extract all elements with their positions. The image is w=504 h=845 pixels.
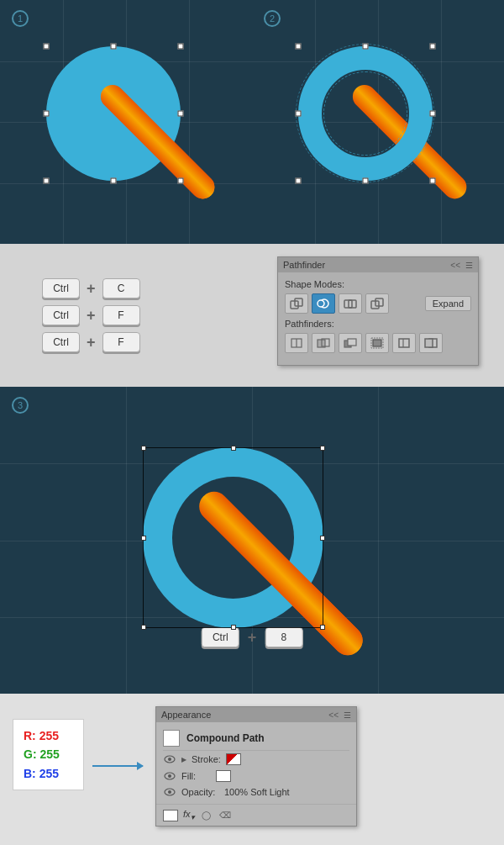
key-f-2[interactable]: F [102,332,140,352]
pf-divide[interactable] [285,333,308,353]
pathfinder-title: Pathfinder [283,260,325,270]
shape-modes-label: Shape Modes: [285,279,471,289]
pf-collapse[interactable]: << [450,261,460,270]
ctrl8-shortcut: Ctrl + 8 [202,627,303,647]
svg-point-25 [168,790,171,794]
plus-2: + [87,307,96,325]
pf-trim[interactable] [312,333,335,353]
pathfinder-controls: << ☰ [450,261,473,270]
opacity-row: Opacity: 100% Soft Light [163,784,349,800]
plus-8: + [248,629,257,647]
panel-1-number: 1 [12,10,29,27]
panel-1: 1 [0,0,252,244]
top-row: 1 2 [0,0,504,244]
pathfinders-row [285,333,471,353]
appearance-titlebar: Appearance << ☰ [156,707,356,722]
key-ctrl-8[interactable]: Ctrl [202,627,239,647]
compound-path-row: Compound Path [163,726,349,751]
stroke-swatch[interactable] [226,753,241,765]
fill-visibility-eye[interactable] [163,771,176,781]
shape-modes-row: Expand [285,293,471,314]
rgb-b: B: 255 [24,764,73,783]
pathfinder-body: Shape Modes: [278,272,478,365]
pathfinders-label: Pathfinders: [285,319,471,329]
key-ctrl-2[interactable]: Ctrl [42,305,80,325]
footer-delete-btn[interactable]: ⌫ [218,810,232,821]
key-ctrl-3[interactable]: Ctrl [42,332,80,352]
pathfinder-titlebar: Pathfinder << ☰ [278,257,478,272]
appearance-title: Appearance [161,710,211,720]
opacity-eye[interactable] [163,787,176,797]
pf-menu[interactable]: ☰ [465,261,473,270]
fill-row: Fill: [163,768,349,784]
appearance-footer: fx▾ ◯ ⌫ [156,804,356,826]
svg-rect-19 [425,339,433,347]
key-ctrl-1[interactable]: Ctrl [42,278,80,298]
key-8[interactable]: 8 [265,627,302,647]
outer-circle-2 [296,44,434,182]
pathfinder-intersect[interactable] [339,293,362,314]
key-c[interactable]: C [102,278,140,298]
svg-rect-13 [348,339,356,346]
rgb-r: R: 255 [24,726,73,745]
stroke-row: ▶ Stroke: [163,751,349,768]
plus-1: + [87,280,96,298]
opacity-label: Opacity: [181,787,219,797]
footer-new-btn[interactable]: ◯ [200,810,213,821]
pathfinder-subtract[interactable] [312,293,335,314]
panel-2-number: 2 [264,10,281,27]
selection-box-3 [143,447,323,628]
appearance-controls: << ☰ [328,710,351,720]
svg-rect-16 [399,339,409,347]
middle-section: Ctrl + C Ctrl + F Ctrl + F Pathfinder <<… [0,244,504,387]
stroke-label: Stroke: [192,754,221,764]
panel-3: 3 Ctrl + 8 [0,387,504,694]
shortcuts-panel: Ctrl + C Ctrl + F Ctrl + F [42,278,140,352]
pf-minus-back[interactable] [419,333,443,353]
panel-2: 2 [252,0,504,244]
appearance-panel: Appearance << ☰ Compound Path ▶ Stroke: [155,706,357,827]
pf-crop[interactable] [365,333,389,353]
footer-swatch-icon [163,810,178,821]
panel-3-number: 3 [12,397,29,414]
rgb-g: G: 255 [24,745,73,763]
compound-path-label: Compound Path [186,732,265,744]
pathfinder-panel: Pathfinder << ☰ Shape Modes: [277,256,479,366]
appearance-section: R: 255 G: 255 B: 255 Appearance << ☰ Com… [0,694,504,845]
svg-point-21 [168,758,171,761]
ap-collapse[interactable]: << [328,710,339,720]
svg-rect-14 [373,340,381,346]
fill-swatch[interactable] [216,770,231,782]
pathfinder-unite[interactable] [285,293,308,314]
compound-color-swatch [163,730,180,747]
stroke-visibility-eye[interactable] [163,754,176,764]
pathfinder-exclude[interactable] [365,293,389,314]
shortcut-row-2: Ctrl + F [42,305,140,325]
fill-label: Fill: [181,771,211,781]
plus-3: + [87,334,96,351]
fx-button[interactable]: fx▾ [183,809,195,821]
svg-point-3 [318,300,324,307]
rgb-arrow [92,765,143,767]
pf-outline[interactable] [392,333,416,353]
ap-menu[interactable]: ☰ [344,710,351,720]
opacity-value: 100% Soft Light [224,787,290,797]
rgb-values: R: 255 G: 255 B: 255 [13,719,84,790]
key-f-1[interactable]: F [102,305,140,325]
stroke-expand-arrow[interactable]: ▶ [181,756,186,763]
pf-merge[interactable] [339,333,362,353]
svg-point-23 [168,774,171,778]
pf-expand-btn[interactable]: Expand [425,296,471,311]
shortcut-row-1: Ctrl + C [42,278,140,298]
appearance-body: Compound Path ▶ Stroke: Fill: [156,722,356,804]
shortcut-row-3: Ctrl + F [42,332,140,352]
